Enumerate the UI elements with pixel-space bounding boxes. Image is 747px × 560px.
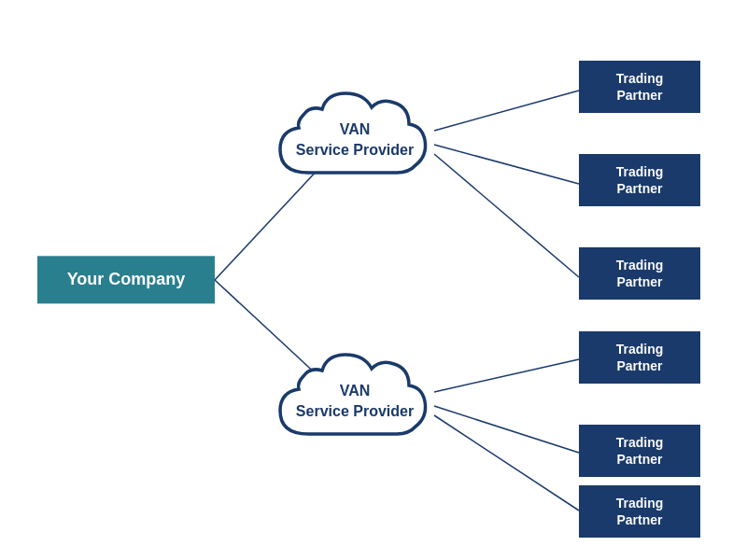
your-company-box: Your Company xyxy=(37,256,215,303)
trading-partner-bot-2: Trading Partner xyxy=(579,425,700,477)
trading-partner-top-1: Trading Partner xyxy=(579,61,700,113)
svg-line-7 xyxy=(434,415,579,511)
svg-line-3 xyxy=(434,145,579,184)
van-cloud-top: VAN Service Provider xyxy=(261,65,448,215)
svg-line-2 xyxy=(434,91,579,131)
svg-line-4 xyxy=(434,154,579,277)
trading-partner-top-2: Trading Partner xyxy=(579,154,700,206)
cloud-shape-top: VAN Service Provider xyxy=(271,79,439,201)
trading-partner-top-3: Trading Partner xyxy=(579,247,700,300)
trading-partner-bot-3: Trading Partner xyxy=(579,485,700,538)
van-label-bottom: VAN Service Provider xyxy=(296,381,414,423)
your-company-label: Your Company xyxy=(67,270,186,288)
svg-line-6 xyxy=(434,406,579,453)
cloud-shape-bottom: VAN Service Provider xyxy=(271,341,439,462)
svg-line-5 xyxy=(434,359,579,392)
trading-partner-bot-1: Trading Partner xyxy=(579,331,700,384)
diagram: Your Company VAN Service Provider VAN Se… xyxy=(9,9,738,551)
van-label-top: VAN Service Provider xyxy=(296,119,414,161)
van-cloud-bottom: VAN Service Provider xyxy=(261,327,448,476)
